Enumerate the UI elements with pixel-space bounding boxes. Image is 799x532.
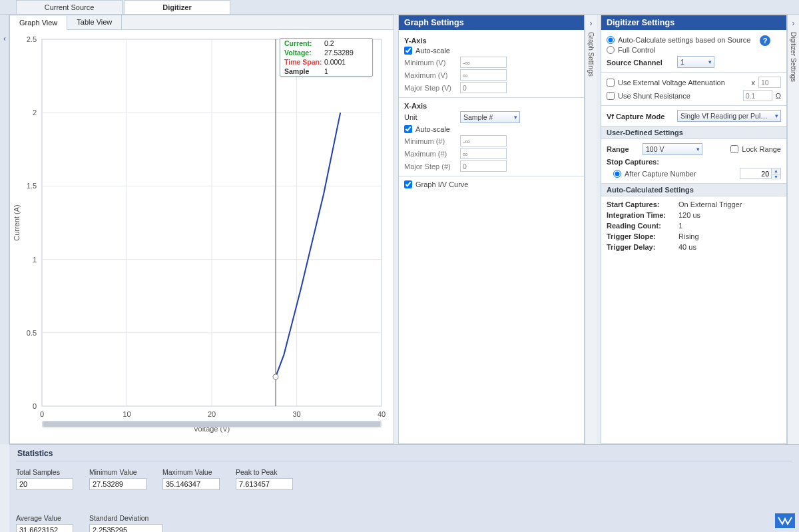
top-tab-bar: Current Source Digitizer bbox=[0, 0, 799, 15]
user-defined-heading: User-Defined Settings bbox=[601, 126, 786, 139]
view-tab-bar: Graph View Table View bbox=[10, 15, 394, 30]
y-majorstep-input[interactable] bbox=[460, 82, 507, 93]
ext-voltage-atten-input[interactable] bbox=[758, 77, 781, 88]
ext-voltage-atten-checkbox[interactable] bbox=[607, 79, 615, 87]
range-select[interactable]: 100 V bbox=[643, 143, 702, 155]
y-autoscale-checkbox[interactable] bbox=[404, 47, 412, 55]
radio-auto-calculate[interactable] bbox=[607, 36, 615, 44]
datapoint-tooltip: Current:0.2 Voltage:27.53289 Time Span:0… bbox=[280, 38, 373, 77]
vf-capture-mode-select[interactable]: Single Vf Reading per Pul… bbox=[677, 110, 781, 122]
digitizer-settings-collapse[interactable]: › Digitizer Settings bbox=[787, 15, 799, 444]
tab-digitizer[interactable]: Digitizer bbox=[124, 0, 230, 14]
y-axis-heading: Y-Axis bbox=[404, 37, 579, 45]
shunt-resistance-input[interactable] bbox=[743, 90, 772, 101]
total-samples-field[interactable] bbox=[16, 478, 73, 490]
statistics-panel: Statistics Total Samples Minimum Value M… bbox=[9, 444, 799, 532]
tab-current-source[interactable]: Current Source bbox=[16, 0, 123, 14]
svg-text:1: 1 bbox=[33, 256, 37, 264]
shunt-resistance-checkbox[interactable] bbox=[607, 92, 615, 100]
digitizer-settings-panel: ? Digitizer Settings Auto-Calculate sett… bbox=[601, 15, 787, 444]
graph-settings-panel: Graph Settings Y-Axis Auto-scale Minimum… bbox=[398, 15, 585, 444]
svg-text:2: 2 bbox=[33, 109, 37, 117]
svg-text:10: 10 bbox=[123, 410, 131, 418]
svg-text:1.5: 1.5 bbox=[27, 182, 37, 190]
svg-point-27 bbox=[273, 374, 278, 380]
svg-text:40: 40 bbox=[378, 410, 386, 418]
peak-to-peak-field[interactable] bbox=[236, 478, 293, 490]
statistics-title: Statistics bbox=[16, 445, 792, 461]
graph-settings-title: Graph Settings bbox=[399, 15, 584, 30]
brand-logo bbox=[775, 513, 795, 528]
x-min-input[interactable] bbox=[460, 135, 507, 146]
x-max-input[interactable] bbox=[460, 148, 507, 159]
x-axis-heading: X-Axis bbox=[404, 102, 579, 110]
minimum-value-field[interactable] bbox=[89, 478, 146, 490]
capture-number-stepper[interactable]: ▲▼ bbox=[740, 168, 781, 179]
x-unit-select[interactable]: Sample # bbox=[460, 111, 520, 123]
svg-text:0: 0 bbox=[33, 402, 37, 410]
help-icon[interactable]: ? bbox=[760, 35, 770, 46]
chevron-right-icon: › bbox=[590, 19, 593, 28]
maximum-value-field[interactable] bbox=[162, 478, 220, 490]
average-value-field[interactable] bbox=[16, 524, 73, 532]
chevron-left-icon: › bbox=[3, 35, 6, 44]
x-majorstep-input[interactable] bbox=[460, 160, 507, 172]
chart-panel: Graph View Table View 01020304000.511.52… bbox=[9, 15, 394, 444]
y-max-input[interactable] bbox=[460, 69, 507, 81]
svg-text:Current (A): Current (A) bbox=[13, 204, 21, 240]
tab-table-view[interactable]: Table View bbox=[67, 15, 122, 29]
iv-curve-plot[interactable]: 01020304000.511.522.5Voltage (V)Current … bbox=[10, 30, 394, 443]
svg-text:30: 30 bbox=[292, 410, 300, 418]
radio-after-capture-number[interactable] bbox=[613, 170, 621, 178]
x-autoscale-checkbox[interactable] bbox=[404, 125, 412, 133]
std-dev-field[interactable] bbox=[89, 524, 162, 532]
source-channel-select[interactable]: 1 bbox=[677, 56, 714, 68]
left-collapse-gutter[interactable]: › bbox=[0, 15, 9, 444]
svg-text:2.5: 2.5 bbox=[27, 35, 37, 43]
auto-calc-heading: Auto-Calculated Settings bbox=[601, 183, 786, 196]
y-min-input[interactable] bbox=[460, 57, 507, 68]
svg-text:20: 20 bbox=[208, 410, 216, 418]
lock-range-checkbox[interactable] bbox=[730, 145, 738, 153]
chevron-right-icon: › bbox=[792, 19, 795, 28]
svg-text:0: 0 bbox=[40, 410, 44, 418]
graph-settings-collapse[interactable]: › Graph Settings bbox=[585, 15, 597, 444]
tab-graph-view[interactable]: Graph View bbox=[10, 16, 67, 30]
radio-full-control[interactable] bbox=[607, 46, 615, 54]
svg-rect-29 bbox=[43, 421, 380, 427]
digitizer-settings-title: Digitizer Settings bbox=[601, 15, 786, 30]
graph-iv-checkbox[interactable] bbox=[404, 180, 412, 188]
svg-text:0.5: 0.5 bbox=[27, 329, 37, 337]
